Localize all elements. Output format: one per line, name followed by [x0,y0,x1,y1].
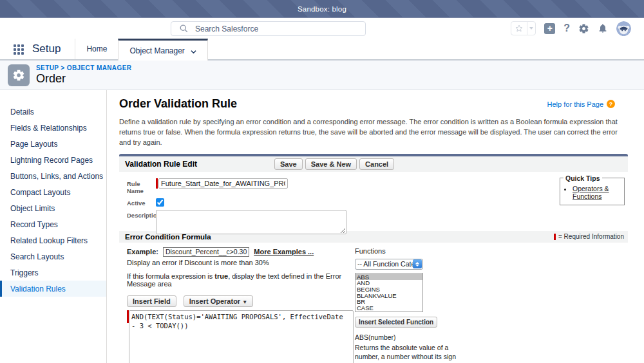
more-examples-link[interactable]: More Examples ... [254,248,314,256]
search-input[interactable] [195,24,365,33]
sidebar-item-buttons-links-actions[interactable]: Buttons, Links, and Actions [0,168,106,184]
sidebar-item-fields-relationships[interactable]: Fields & Relationships [0,120,106,136]
sidebar-item-lightning-record-pages[interactable]: Lightning Record Pages [0,152,106,168]
help-for-page: Help for this Page ? [547,100,615,108]
global-header: + ? [0,18,644,39]
function-category-select[interactable]: -- All Function Categori [355,259,423,270]
sidebar-item-record-types[interactable]: Record Types [0,216,106,232]
favorites-button[interactable] [511,21,536,35]
functions-panel: Functions -- All Function Categori ABS A… [355,247,464,363]
help-icon[interactable]: ? [564,23,570,34]
validation-rule-edit-header: Validation Rule Edit Save Save & New Can… [119,156,628,172]
required-indicator [156,178,158,189]
setup-navbar: Setup Home Object Manager [0,39,644,60]
star-icon [511,24,527,33]
user-avatar[interactable] [616,21,631,36]
rule-edit-form: Rule Name Active Description Quick Tips [119,172,628,231]
help-question-icon[interactable]: ? [607,100,615,108]
rule-name-label: Rule Name [127,178,156,194]
nav-tabs: Home Object Manager [75,39,207,59]
insert-selected-function-button[interactable]: Insert Selected Function [355,317,437,328]
validation-rule-block: Validation Rule Edit Save Save & New Can… [119,154,628,363]
formula-textarea[interactable]: AND(TEXT(Status)='AWAITING PROPOSALS', E… [129,310,354,363]
sidebar-item-validation-rules[interactable]: Validation Rules [0,281,106,297]
help-for-page-link[interactable]: Help for this Page [547,100,603,108]
function-description: Returns the absolute value of a number, … [355,344,459,360]
object-sidebar: Details Fields & Relationships Page Layo… [0,90,107,363]
function-category-value: -- All Function Categori [357,260,413,268]
sidebar-item-triggers[interactable]: Triggers [0,265,106,281]
sidebar-item-related-lookup-filters[interactable]: Related Lookup Filters [0,232,106,248]
save-button[interactable]: Save [274,158,303,170]
sidebar-item-page-layouts[interactable]: Page Layouts [0,136,106,152]
required-information-legend: = Required Information [554,233,624,240]
description-label: Description [127,210,156,219]
favorites-caret[interactable] [527,22,535,35]
formula-left-column: Example: Discount_Percent__c>0.30 More E… [127,247,354,363]
object-title: Order [36,72,131,86]
chevron-down-icon [191,48,196,53]
function-signature: ABS(number) [355,333,464,341]
quick-tips-box: Quick Tips Operators & Functions [560,174,625,205]
sandbox-banner: Sandbox: blog [0,0,644,18]
header-icons: + ? [511,21,631,36]
setup-gear-icon[interactable] [578,23,589,34]
sandbox-banner-text: Sandbox: blog [298,5,346,13]
main-panel: Order Validation Rule Help for this Page… [107,90,644,363]
rule-name-input[interactable] [158,178,288,189]
save-and-new-button[interactable]: Save & New [305,158,357,170]
cancel-button[interactable]: Cancel [359,158,394,170]
active-checkbox[interactable] [156,198,164,207]
content: Details Fields & Relationships Page Layo… [0,90,644,363]
formula-hint: If this formula expression is true, disp… [127,272,354,288]
notifications-bell-icon[interactable] [598,23,608,33]
breadcrumb[interactable]: SETUP > OBJECT MANAGER [36,64,131,71]
page-description: Define a validation rule by specifying a… [119,117,628,148]
search-icon [180,24,188,33]
insert-operator-button[interactable]: Insert Operator ▼ [184,295,253,307]
insert-field-button[interactable]: Insert Field [127,295,176,307]
sidebar-item-object-limits[interactable]: Object Limits [0,200,106,216]
tab-object-manager[interactable]: Object Manager [118,39,207,60]
formula-body: Example: Discount_Percent__c>0.30 More E… [119,243,628,363]
operators-functions-link[interactable]: Operators & Functions [573,185,609,200]
tab-home[interactable]: Home [75,39,118,59]
description-textarea[interactable] [156,210,346,234]
dropdown-arrow-icon: ▼ [242,299,247,305]
example-formula: Discount_Percent__c>0.30 [163,247,249,257]
example-caption: Display an error if Discount is more tha… [127,259,354,266]
breadcrumb-panel: SETUP > OBJECT MANAGER Order [0,60,644,90]
example-label: Example: [127,248,158,256]
sidebar-item-details[interactable]: Details [0,104,106,120]
function-option-case[interactable]: CASE [355,305,422,312]
required-indicator [554,234,556,240]
object-gear-icon [8,64,30,86]
quick-tips-item: Operators & Functions [573,185,621,200]
sidebar-item-compact-layouts[interactable]: Compact Layouts [0,184,106,200]
quick-create-icon[interactable]: + [544,23,555,34]
function-option-blankvalue[interactable]: BLANKVALUE [355,293,422,299]
app-launcher-icon[interactable] [14,44,24,55]
sidebar-item-search-layouts[interactable]: Search Layouts [0,248,106,265]
section-title: Validation Rule Edit [125,160,274,169]
functions-listbox: ABS AND BEGINS BLANKVALUE BR CASE [355,273,423,313]
select-stepper-icon [413,259,422,268]
functions-label: Functions [355,247,464,255]
quick-tips-title: Quick Tips [564,174,602,182]
global-search[interactable] [171,21,366,36]
app-name: Setup [32,42,61,59]
active-label: Active [127,198,156,207]
